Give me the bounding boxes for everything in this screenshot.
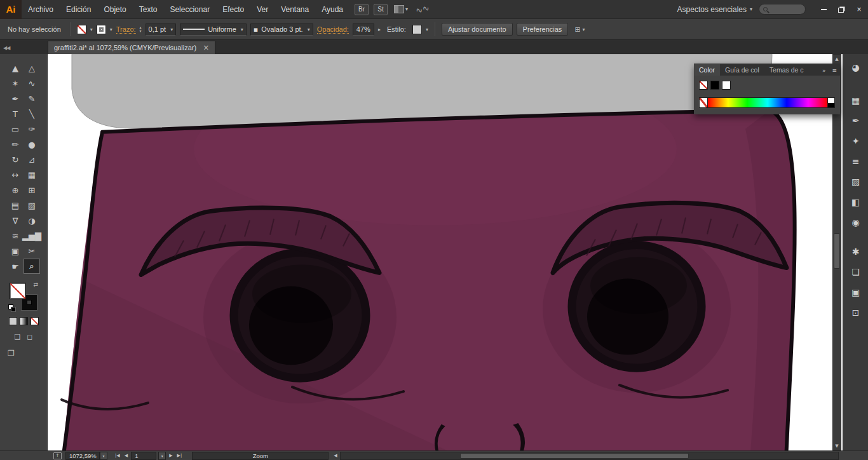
horizontal-scroll-thumb[interactable] bbox=[460, 453, 689, 459]
none-mode-button[interactable] bbox=[31, 317, 39, 325]
bridge-button[interactable]: Br bbox=[355, 4, 369, 15]
chevron-right-icon[interactable]: ▸ bbox=[378, 27, 381, 32]
color-spectrum[interactable] bbox=[699, 97, 835, 108]
tool-scale[interactable]: ⊿ bbox=[24, 152, 40, 167]
tool-column-graph[interactable]: ▂▅▇ bbox=[24, 228, 40, 243]
zoom-field[interactable]: 1072,59% bbox=[65, 452, 100, 460]
expand-panel-icon[interactable]: » bbox=[819, 67, 829, 76]
tool-perspective-grid[interactable]: ⊞ bbox=[24, 182, 40, 198]
preferences-button[interactable]: Preferencias bbox=[517, 23, 569, 36]
artboard-dropdown-icon[interactable]: ▾ bbox=[158, 452, 166, 460]
scroll-down-icon[interactable]: ▼ bbox=[833, 442, 841, 450]
menu-item-ver[interactable]: Ver bbox=[250, 0, 275, 19]
dock-panel-appearance[interactable]: ◉ bbox=[847, 214, 865, 231]
left-eye[interactable] bbox=[234, 252, 366, 378]
stroke-weight-dropdown[interactable]: 0,1 pt ▾ bbox=[146, 24, 177, 36]
tool-artboard[interactable]: ▣ bbox=[7, 243, 24, 259]
tool-mesh[interactable]: ▤ bbox=[7, 198, 24, 213]
white-swatch[interactable] bbox=[722, 81, 731, 90]
menu-item-edición[interactable]: Edición bbox=[60, 0, 97, 19]
document-tab[interactable]: graffiti2.ai* al 1072,59% (CMYK/Previsua… bbox=[48, 41, 215, 54]
menu-item-archivo[interactable]: Archivo bbox=[22, 0, 60, 19]
tool-line-segment[interactable]: ╲ bbox=[24, 106, 40, 121]
zoom-dropdown-icon[interactable]: ▾ bbox=[100, 452, 107, 460]
menu-item-seleccionar[interactable]: Seleccionar bbox=[163, 0, 216, 19]
last-artboard-icon[interactable]: ▶| bbox=[176, 453, 184, 458]
dock-panel-artboards[interactable]: ▣ bbox=[847, 284, 865, 301]
stroke-weight-stepper[interactable]: ▴ ▾ bbox=[140, 25, 142, 33]
opacity-link[interactable]: Opacidad: bbox=[317, 25, 349, 34]
minimize-button[interactable] bbox=[815, 3, 832, 17]
dock-panel-transparency[interactable]: ◧ bbox=[847, 194, 865, 210]
menu-item-texto[interactable]: Texto bbox=[133, 0, 164, 19]
tool-direct-selection[interactable]: △ bbox=[24, 60, 40, 76]
panel-tab-guía-de-col[interactable]: Guía de col bbox=[720, 64, 764, 76]
dock-panel-symbols[interactable]: ✦ bbox=[847, 133, 865, 149]
draw-normal-button[interactable]: ❑ bbox=[14, 333, 20, 341]
spectrum-bar[interactable] bbox=[708, 98, 827, 107]
fill-color-control[interactable] bbox=[10, 283, 26, 299]
scroll-left-icon[interactable]: ◀ bbox=[334, 453, 337, 458]
collapse-panels-icon[interactable]: ◀◀ bbox=[0, 43, 48, 54]
search-input[interactable] bbox=[768, 6, 799, 13]
tool-rectangle[interactable]: ▭ bbox=[7, 121, 24, 137]
tool-blend[interactable]: ◑ bbox=[24, 213, 40, 228]
menu-item-efecto[interactable]: Efecto bbox=[216, 0, 250, 19]
stroke-link[interactable]: Trazo: bbox=[116, 25, 136, 34]
spectrum-bw-swatches[interactable] bbox=[827, 98, 834, 107]
tool-slice[interactable]: ✂ bbox=[24, 243, 40, 259]
graphic-style-swatch[interactable] bbox=[412, 25, 422, 34]
right-eye[interactable] bbox=[572, 245, 702, 369]
next-artboard-icon[interactable]: ▶ bbox=[168, 453, 173, 458]
tool-type[interactable]: T bbox=[7, 106, 24, 121]
dock-panel-brushes[interactable]: ✒ bbox=[847, 112, 865, 129]
scroll-up-icon[interactable]: ▲ bbox=[833, 55, 841, 63]
panel-tab-color[interactable]: Color bbox=[694, 64, 720, 76]
default-colors-icon[interactable] bbox=[8, 304, 16, 312]
close-button[interactable]: × bbox=[850, 3, 868, 17]
gradient-mode-button[interactable] bbox=[20, 317, 28, 325]
screen-mode-button[interactable]: ❐ bbox=[8, 349, 15, 358]
stock-button[interactable]: St bbox=[374, 4, 388, 15]
color-mode-button[interactable] bbox=[9, 317, 17, 325]
dock-panel-graphic-styles[interactable]: ✱ bbox=[847, 243, 865, 260]
previous-artboard-icon[interactable]: ◀ bbox=[123, 453, 129, 458]
tool-paintbrush[interactable]: ✑ bbox=[24, 121, 40, 137]
tool-symbol-sprayer[interactable]: ≋ bbox=[7, 228, 24, 243]
cs-live-icon[interactable]: ∿∿ bbox=[414, 3, 430, 15]
tool-lasso[interactable]: ∿ bbox=[24, 76, 40, 91]
dock-panel-gradient[interactable]: ▨ bbox=[847, 173, 865, 190]
arrange-documents-button[interactable]: ▾ bbox=[394, 5, 408, 13]
tool-width[interactable]: ↔ bbox=[7, 167, 24, 182]
draw-behind-button[interactable]: ◻ bbox=[27, 333, 32, 341]
workspace-switcher[interactable]: Aspectos esenciales ▾ bbox=[671, 5, 759, 14]
tool-free-transform[interactable]: ▦ bbox=[24, 167, 40, 182]
stroke-color-swatch[interactable] bbox=[97, 25, 106, 34]
chevron-down-icon[interactable]: ▾ bbox=[426, 27, 428, 32]
first-artboard-icon[interactable]: |◀ bbox=[114, 453, 121, 458]
panel-menu-icon[interactable]: ≡ bbox=[829, 67, 840, 76]
export-icon[interactable]: ↑ bbox=[53, 452, 62, 459]
spectrum-none-swatch[interactable] bbox=[700, 98, 708, 107]
tool-gradient[interactable]: ▨ bbox=[24, 198, 40, 213]
menu-item-ayuda[interactable]: Ayuda bbox=[315, 0, 349, 19]
fill-color-swatch[interactable] bbox=[77, 25, 86, 34]
isolate-selection-icon[interactable]: ⊞▾ bbox=[574, 25, 585, 34]
horizontal-scrollbar[interactable] bbox=[340, 452, 839, 460]
dock-panel-navigator[interactable]: ⊡ bbox=[847, 304, 865, 321]
panel-tab-temas-de-c[interactable]: Temas de c bbox=[764, 64, 809, 76]
menu-item-objeto[interactable]: Objeto bbox=[97, 0, 132, 19]
tool-pen[interactable]: ✒ bbox=[7, 91, 24, 106]
swap-colors-icon[interactable]: ⇄ bbox=[33, 281, 38, 288]
chevron-down-icon[interactable]: ▾ bbox=[110, 27, 112, 32]
tool-anchor-point[interactable]: ✎ bbox=[24, 91, 40, 106]
tool-eyedropper[interactable]: ∇ bbox=[7, 213, 24, 228]
brush-definition-dropdown[interactable]: ▪ Ovalado 3 pt. ▾ bbox=[250, 24, 313, 36]
chevron-down-icon[interactable]: ▾ bbox=[90, 27, 93, 32]
search-box[interactable] bbox=[759, 4, 806, 15]
app-logo[interactable]: Ai bbox=[0, 0, 22, 19]
width-profile-dropdown[interactable]: Uniforme ▾ bbox=[180, 24, 247, 36]
opacity-field[interactable]: 47% bbox=[353, 24, 374, 36]
tool-blob-brush[interactable]: ● bbox=[24, 137, 40, 152]
dock-panel-color[interactable]: ◕ bbox=[847, 59, 865, 76]
